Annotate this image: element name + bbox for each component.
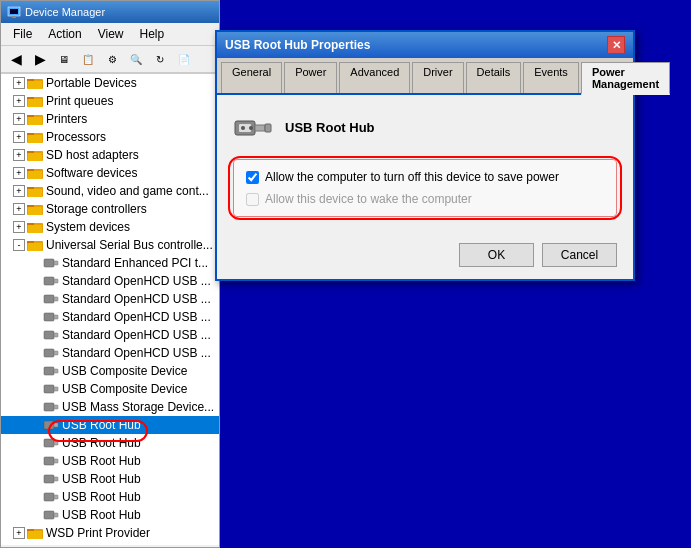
svg-rect-25 <box>27 205 34 207</box>
tree-item-usbmass[interactable]: USB Mass Storage Device... <box>1 398 219 416</box>
tree-label: USB Root Hub <box>62 472 141 486</box>
svg-rect-55 <box>44 457 54 465</box>
tree-item-enhpci[interactable]: Standard Enhanced PCI t... <box>1 254 219 272</box>
tree-expand-btn[interactable]: + <box>13 527 25 539</box>
tree-item-usbcomp1[interactable]: USB Composite Device <box>1 362 219 380</box>
svg-rect-40 <box>54 315 58 319</box>
ok-button[interactable]: OK <box>459 243 534 267</box>
forward-button[interactable]: ▶ <box>29 48 51 70</box>
folder-icon <box>27 201 43 217</box>
tab-details[interactable]: Details <box>466 62 522 93</box>
tree-item-portable[interactable]: +Portable Devices <box>1 74 219 92</box>
tree-item-usbcomp2[interactable]: USB Composite Device <box>1 380 219 398</box>
tree-item-openhcd3[interactable]: Standard OpenHCD USB ... <box>1 308 219 326</box>
tab-bar: General Power Advanced Driver Details Ev… <box>217 58 633 95</box>
svg-rect-47 <box>44 385 54 393</box>
tree-item-software[interactable]: +Software devices <box>1 164 219 182</box>
tree-item-usbroot3[interactable]: USB Root Hub <box>1 452 219 470</box>
svg-rect-11 <box>28 117 42 125</box>
device-tree: +Portable Devices+Print queues+Printers+… <box>1 73 219 545</box>
toolbar-btn4[interactable]: 🔍 <box>125 48 147 70</box>
svg-rect-35 <box>44 277 54 285</box>
svg-rect-20 <box>28 171 42 179</box>
tab-power-management[interactable]: Power Management <box>581 62 670 95</box>
menu-help[interactable]: Help <box>132 25 173 43</box>
usb-icon <box>233 111 273 143</box>
tree-item-wsd[interactable]: +WSD Print Provider <box>1 524 219 542</box>
svg-rect-65 <box>28 531 42 539</box>
tree-item-openhcd4[interactable]: Standard OpenHCD USB ... <box>1 326 219 344</box>
folder-icon <box>27 93 43 109</box>
tree-label: Standard OpenHCD USB ... <box>62 310 211 324</box>
tree-label: USB Composite Device <box>62 364 187 378</box>
usb-device-icon <box>43 381 59 397</box>
folder-icon <box>27 129 43 145</box>
allow-wake-checkbox[interactable] <box>246 193 259 206</box>
svg-rect-51 <box>44 421 54 429</box>
allow-turnoff-label: Allow the computer to turn off this devi… <box>265 170 559 184</box>
checkbox-row-1: Allow the computer to turn off this devi… <box>246 170 604 184</box>
properties-button[interactable]: 📄 <box>173 48 195 70</box>
tab-advanced[interactable]: Advanced <box>339 62 410 93</box>
tree-item-sound[interactable]: +Sound, video and game cont... <box>1 182 219 200</box>
tree-expand-btn[interactable]: + <box>13 77 25 89</box>
tree-item-openhcd5[interactable]: Standard OpenHCD USB ... <box>1 344 219 362</box>
dialog-titlebar: USB Root Hub Properties ✕ <box>217 32 633 58</box>
tree-item-printq[interactable]: +Print queues <box>1 92 219 110</box>
tree-label: USB Root Hub <box>62 436 141 450</box>
tree-item-sdhost[interactable]: +SD host adapters <box>1 146 219 164</box>
usb-device-icon <box>43 453 59 469</box>
tree-item-usbroot5[interactable]: USB Root Hub <box>1 488 219 506</box>
svg-rect-23 <box>28 189 42 197</box>
toolbar: ◀ ▶ 🖥 📋 ⚙ 🔍 ↻ 📄 <box>1 46 219 73</box>
back-button[interactable]: ◀ <box>5 48 27 70</box>
toolbar-btn3[interactable]: ⚙ <box>101 48 123 70</box>
svg-rect-17 <box>28 153 42 161</box>
svg-rect-56 <box>54 459 58 463</box>
tree-item-usbroot1[interactable]: USB Root Hub <box>1 416 219 434</box>
tree-item-storage[interactable]: +Storage controllers <box>1 200 219 218</box>
tree-expand-btn[interactable]: + <box>13 113 25 125</box>
tree-expand-btn[interactable]: + <box>13 185 25 197</box>
folder-icon <box>27 111 43 127</box>
menu-file[interactable]: File <box>5 25 40 43</box>
toolbar-btn2[interactable]: 📋 <box>77 48 99 70</box>
tree-label: Standard OpenHCD USB ... <box>62 328 211 342</box>
tree-item-usbroot6[interactable]: USB Root Hub <box>1 506 219 524</box>
tab-driver[interactable]: Driver <box>412 62 463 93</box>
tree-item-openhcd1[interactable]: Standard OpenHCD USB ... <box>1 272 219 290</box>
tree-item-processors[interactable]: +Processors <box>1 128 219 146</box>
folder-icon <box>27 165 43 181</box>
tab-events[interactable]: Events <box>523 62 579 93</box>
tree-label: Printers <box>46 112 87 126</box>
tree-expand-btn[interactable]: - <box>13 239 25 251</box>
svg-rect-32 <box>28 243 42 251</box>
svg-rect-52 <box>54 423 58 427</box>
tree-item-printers[interactable]: +Printers <box>1 110 219 128</box>
toolbar-btn1[interactable]: 🖥 <box>53 48 75 70</box>
tree-expand-btn[interactable]: + <box>13 95 25 107</box>
tree-item-openhcd2[interactable]: Standard OpenHCD USB ... <box>1 290 219 308</box>
tree-item-usbroot4[interactable]: USB Root Hub <box>1 470 219 488</box>
tree-expand-btn[interactable]: + <box>13 221 25 233</box>
tab-general[interactable]: General <box>221 62 282 93</box>
allow-turnoff-checkbox[interactable] <box>246 171 259 184</box>
cancel-button[interactable]: Cancel <box>542 243 617 267</box>
toolbar-btn5[interactable]: ↻ <box>149 48 171 70</box>
tree-item-usbroot2[interactable]: USB Root Hub <box>1 434 219 452</box>
tree-expand-btn[interactable]: + <box>13 167 25 179</box>
tree-item-system[interactable]: +System devices <box>1 218 219 236</box>
tree-item-usb[interactable]: -Universal Serial Bus controlle... <box>1 236 219 254</box>
svg-rect-29 <box>28 225 42 233</box>
device-manager-titlebar: Device Manager <box>1 1 219 23</box>
menu-view[interactable]: View <box>90 25 132 43</box>
tree-label: USB Root Hub <box>62 418 141 432</box>
svg-rect-38 <box>54 297 58 301</box>
tree-expand-btn[interactable]: + <box>13 203 25 215</box>
tree-expand-btn[interactable]: + <box>13 149 25 161</box>
tab-power[interactable]: Power <box>284 62 337 93</box>
close-button[interactable]: ✕ <box>607 36 625 54</box>
menu-action[interactable]: Action <box>40 25 89 43</box>
usb-device-icon <box>43 345 59 361</box>
tree-expand-btn[interactable]: + <box>13 131 25 143</box>
